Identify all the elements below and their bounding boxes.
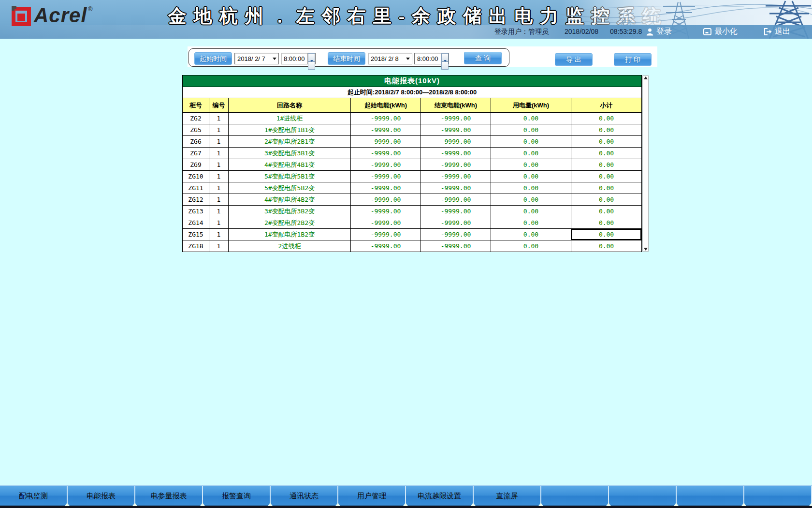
cell-no[interactable]: 1: [209, 124, 229, 136]
cell-end[interactable]: -9999.00: [421, 136, 491, 148]
cell-usage[interactable]: 0.00: [491, 206, 571, 217]
cell-end[interactable]: -9999.00: [421, 113, 491, 124]
end-date-dropdown-icon[interactable]: [404, 53, 412, 64]
start-time-spinner[interactable]: 8:00:00: [281, 53, 316, 64]
cell-usage[interactable]: 0.00: [491, 159, 571, 171]
cell-usage[interactable]: 0.00: [491, 194, 571, 206]
cell-no[interactable]: 1: [209, 182, 229, 194]
cell-start[interactable]: -9999.00: [351, 194, 421, 206]
nav-item-7[interactable]: 电流越限设置: [406, 486, 474, 506]
cell-end[interactable]: -9999.00: [421, 229, 491, 240]
exit-button[interactable]: 退出: [764, 27, 790, 37]
cell-cabinet[interactable]: ZG6: [183, 136, 209, 148]
cell-no[interactable]: 1: [209, 240, 229, 252]
cell-no[interactable]: 1: [209, 113, 229, 124]
cell-no[interactable]: 1: [209, 148, 229, 159]
cell-no[interactable]: 1: [209, 171, 229, 182]
start-date-dropdown-icon[interactable]: [270, 53, 278, 64]
cell-end[interactable]: -9999.00: [421, 194, 491, 206]
cell-cabinet[interactable]: ZG7: [183, 148, 209, 159]
cell-start[interactable]: -9999.00: [351, 113, 421, 124]
cell-end[interactable]: -9999.00: [421, 148, 491, 159]
cell-cabinet[interactable]: ZG15: [183, 229, 209, 240]
cell-subtotal[interactable]: 0.00: [571, 113, 642, 124]
cell-cabinet[interactable]: ZG13: [183, 206, 209, 217]
nav-item-6[interactable]: 用户管理: [338, 486, 406, 506]
cell-start[interactable]: -9999.00: [351, 182, 421, 194]
login-button[interactable]: 登录: [646, 27, 672, 37]
table-scrollbar[interactable]: [642, 75, 649, 252]
cell-no[interactable]: 1: [209, 194, 229, 206]
spin-down-icon[interactable]: [441, 61, 449, 70]
nav-item-4[interactable]: 报警查询: [203, 486, 271, 506]
cell-no[interactable]: 1: [209, 136, 229, 148]
cell-usage[interactable]: 0.00: [491, 148, 571, 159]
cell-end[interactable]: -9999.00: [421, 159, 491, 171]
export-button[interactable]: 导 出: [555, 53, 593, 66]
cell-subtotal[interactable]: 0.00: [571, 159, 642, 171]
cell-cabinet[interactable]: ZG10: [183, 171, 209, 182]
cell-start[interactable]: -9999.00: [351, 229, 421, 240]
cell-end[interactable]: -9999.00: [421, 171, 491, 182]
cell-circuit[interactable]: 2#变配电所2B2变: [229, 217, 351, 229]
cell-subtotal[interactable]: 0.00: [571, 194, 642, 206]
cell-no[interactable]: 1: [209, 206, 229, 217]
cell-circuit[interactable]: 1#变配电所1B2变: [229, 229, 351, 240]
cell-end[interactable]: -9999.00: [421, 182, 491, 194]
cell-circuit[interactable]: 1#进线柜: [229, 113, 351, 124]
cell-start[interactable]: -9999.00: [351, 159, 421, 171]
cell-start[interactable]: -9999.00: [351, 240, 421, 252]
cell-circuit[interactable]: 1#变配电所1B1变: [229, 124, 351, 136]
cell-usage[interactable]: 0.00: [491, 171, 571, 182]
cell-start[interactable]: -9999.00: [351, 217, 421, 229]
cell-subtotal[interactable]: 0.00: [571, 148, 642, 159]
scroll-down-icon[interactable]: [644, 248, 648, 251]
cell-no[interactable]: 1: [209, 217, 229, 229]
cell-usage[interactable]: 0.00: [491, 182, 571, 194]
nav-item-5[interactable]: 通讯状态: [271, 486, 338, 506]
cell-no[interactable]: 1: [209, 229, 229, 240]
cell-start[interactable]: -9999.00: [351, 124, 421, 136]
scroll-up-icon[interactable]: [644, 76, 648, 79]
cell-cabinet[interactable]: ZG18: [183, 240, 209, 252]
nav-item-8[interactable]: 直流屏: [474, 486, 541, 506]
cell-start[interactable]: -9999.00: [351, 206, 421, 217]
cell-circuit[interactable]: 5#变配电所5B2变: [229, 182, 351, 194]
cell-circuit[interactable]: 2进线柜: [229, 240, 351, 252]
cell-no[interactable]: 1: [209, 159, 229, 171]
end-time-button[interactable]: 结束时间: [328, 52, 365, 65]
cell-usage[interactable]: 0.00: [491, 136, 571, 148]
cell-subtotal[interactable]: 0.00: [571, 206, 642, 217]
cell-cabinet[interactable]: ZG12: [183, 194, 209, 206]
cell-start[interactable]: -9999.00: [351, 148, 421, 159]
nav-item-2[interactable]: 电能报表: [68, 486, 135, 506]
minimize-button[interactable]: 最小化: [703, 27, 738, 37]
cell-end[interactable]: -9999.00: [421, 124, 491, 136]
start-date-picker[interactable]: 2018/ 2/ 7: [234, 53, 279, 64]
cell-cabinet[interactable]: ZG5: [183, 124, 209, 136]
cell-circuit[interactable]: 5#变配电所5B1变: [229, 171, 351, 182]
cell-cabinet[interactable]: ZG2: [183, 113, 209, 124]
cell-cabinet[interactable]: ZG11: [183, 182, 209, 194]
cell-end[interactable]: -9999.00: [421, 206, 491, 217]
spin-down-icon[interactable]: [308, 61, 315, 70]
cell-circuit[interactable]: 4#变配电所4B2变: [229, 194, 351, 206]
cell-subtotal[interactable]: 0.00: [571, 124, 642, 136]
cell-subtotal[interactable]: 0.00: [571, 182, 642, 194]
cell-subtotal[interactable]: 0.00: [571, 217, 642, 229]
nav-item-3[interactable]: 电参量报表: [135, 486, 203, 506]
cell-start[interactable]: -9999.00: [351, 171, 421, 182]
cell-usage[interactable]: 0.00: [491, 240, 571, 252]
cell-circuit[interactable]: 3#变配电所3B2变: [229, 206, 351, 217]
cell-usage[interactable]: 0.00: [491, 229, 571, 240]
cell-usage[interactable]: 0.00: [491, 124, 571, 136]
cell-circuit[interactable]: 3#变配电所3B1变: [229, 148, 351, 159]
cell-subtotal[interactable]: 0.00: [571, 136, 642, 148]
cell-usage[interactable]: 0.00: [491, 113, 571, 124]
cell-start[interactable]: -9999.00: [351, 136, 421, 148]
cell-end[interactable]: -9999.00: [421, 217, 491, 229]
cell-subtotal[interactable]: 0.00: [571, 171, 642, 182]
cell-usage[interactable]: 0.00: [491, 217, 571, 229]
query-button[interactable]: 查 询: [464, 52, 502, 64]
cell-circuit[interactable]: 2#变配电所2B1变: [229, 136, 351, 148]
